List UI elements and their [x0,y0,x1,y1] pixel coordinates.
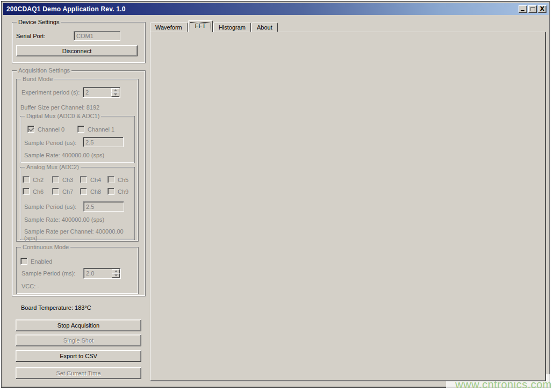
close-icon: X [538,5,546,12]
continuous-mode-label: Continuous Mode [21,244,70,250]
channel-checkbox [80,176,87,183]
tab-histogram[interactable]: Histogram [213,23,251,32]
channel-checkbox-label: Ch4 [90,177,101,183]
disconnect-button[interactable]: Disconnect [16,45,138,56]
buffer-size-text: Buffer Size per Channel: 8192 [20,104,99,111]
tab-fft[interactable]: FFT [188,20,213,32]
set-current-time-button: Set Current Time [16,367,141,379]
maximize-icon [530,7,535,11]
device-settings-label: Device Settings [17,19,61,25]
tab-bar: WaveformFFTHistogramAbout [150,20,278,32]
window-title: 200CDAQ1 Demo Application Rev. 1.0 [3,5,126,13]
minimize-icon [521,10,524,11]
continuous-enabled-checkbox [20,258,27,265]
analog-mux-group: Analog Mux (ADC2) Ch2Ch3Ch4Ch5Ch6Ch7Ch8C… [20,167,135,240]
analog-sample-rate-per-channel-text: Sample Rate per Channel: 400000.00 (sps) [24,228,134,241]
analog-sample-rate-text: Sample Rate: 400000.00 (sps) [24,216,104,223]
export-to-csv-button[interactable]: Export to CSV [16,350,141,362]
continuous-sample-period-label: Sample Period (ms): [21,270,75,277]
serial-port-label: Serial Port: [16,33,45,39]
tab-waveform[interactable]: Waveform [150,23,188,32]
channel-checkbox [80,188,87,195]
tab-about[interactable]: About [251,23,278,32]
channel-checkbox [52,188,59,195]
channel-checkbox-label: Ch5 [118,177,128,183]
spinner-arrows [112,269,120,278]
close-button[interactable]: X [538,5,546,13]
channel-checkbox-label: Ch8 [90,188,101,195]
channel-checkbox-label: Ch7 [62,188,73,195]
experiment-period-label: Experiment period (s): [21,89,80,96]
fft-tab-page [150,32,546,381]
device-settings-group: Device Settings Serial Port: COM1 Discon… [12,22,146,63]
channel-checkbox [23,188,30,195]
vcc-text: VCC: - [21,283,39,289]
minimize-button[interactable] [519,5,527,13]
digital-sample-period-input: 2.5 [83,137,124,147]
channel-checkbox [107,188,114,195]
spin-down-icon [112,273,120,278]
spinner-arrows [111,88,119,97]
app-window: 200CDAQ1 Demo Application Rev. 1.0 X Dev… [1,1,550,388]
digital-mux-group: Digital Mux (ADC0 & ADC1) Channel 0Chann… [20,116,135,163]
continuous-enabled-label: Enabled [31,258,52,265]
channel-checkbox-label: Ch2 [33,177,44,183]
channel-checkbox-label: Channel 1 [88,126,114,133]
experiment-period-spinner: 2 [83,87,120,98]
burst-mode-label: Burst Mode [21,76,54,82]
maximize-button [528,5,537,13]
channel-checkbox-label: Ch3 [62,177,73,183]
channel-checkbox [107,176,114,183]
analog-sample-period-label: Sample Period (us): [24,204,76,210]
serial-port-input: COM1 [74,31,120,41]
channel-checkbox [23,176,30,183]
digital-sample-period-label: Sample Period (us): [24,140,76,146]
channel-checkbox-label: Channel 0 [38,126,64,133]
spin-up-icon [112,269,120,273]
caption-buttons: X [519,5,546,13]
analog-mux-label: Analog Mux (ADC2) [25,164,81,170]
continuous-sample-period-value: 2.0 [86,270,94,277]
digital-mux-label: Digital Mux (ADC0 & ADC1) [25,113,101,119]
channel-checkbox [27,126,34,133]
channel-checkbox [52,176,59,183]
board-temperature-text: Board Temperature: 183°C [21,304,91,311]
channel-checkbox-label: Ch9 [118,188,128,195]
digital-sample-rate-text: Sample Rate: 400000.00 (sps) [24,152,104,158]
stop-acquisition-button[interactable]: Stop Acquisition [16,320,141,331]
spin-up-icon [111,88,119,92]
analog-sample-period-input: 2.5 [83,201,124,212]
channel-checkbox-label: Ch6 [33,188,44,195]
spin-down-icon [111,92,119,97]
channel-checkbox [77,126,84,133]
continuous-mode-group: Enabled Continuous Mode Sample Period (m… [16,247,139,294]
experiment-period-value: 2 [85,89,89,96]
single-shot-button: Single Shot [16,335,141,346]
acquisition-settings-label: Acquisition Settings [17,67,71,74]
continuous-sample-period-spinner: 2.0 [83,268,121,279]
title-bar[interactable]: 200CDAQ1 Demo Application Rev. 1.0 X [3,3,549,15]
